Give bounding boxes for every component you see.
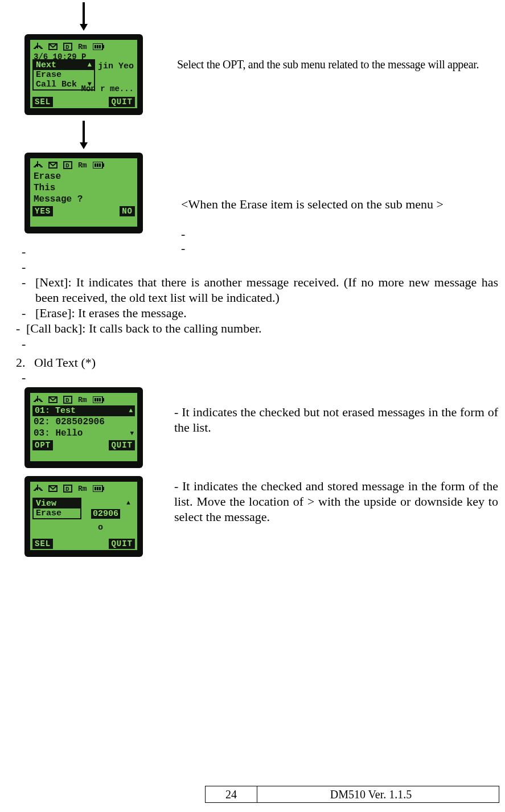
submenu-item-erase[interactable]: Erase — [34, 70, 94, 80]
status-bar: D Rm — [32, 395, 135, 405]
svg-rect-39 — [39, 400, 42, 401]
svg-text:D: D — [65, 397, 69, 404]
dash: - — [22, 370, 35, 385]
rm-icon: Rm — [78, 43, 87, 51]
d-icon: D — [63, 485, 72, 493]
svg-rect-35 — [34, 401, 36, 402]
svg-rect-47 — [97, 398, 98, 401]
svg-rect-60 — [102, 487, 104, 490]
rm-icon: Rm — [78, 485, 87, 493]
phone-screen-4: D Rm View Erase 02906 ▲ o SEL QUIT — [24, 476, 143, 557]
svg-rect-38 — [38, 399, 40, 400]
mail-icon — [48, 396, 58, 403]
line-erase: Erase — [32, 171, 135, 182]
svg-rect-3 — [34, 48, 36, 49]
line-this: This — [32, 182, 135, 194]
svg-rect-20 — [34, 166, 36, 167]
signal-icon — [34, 396, 43, 404]
svg-rect-14 — [95, 45, 96, 48]
submenu2[interactable]: View Erase — [32, 498, 81, 519]
submenu2-item-view[interactable]: View — [34, 499, 80, 508]
softkey-yes[interactable]: YES — [32, 206, 53, 216]
bg-bottom-frag: o — [98, 523, 103, 532]
bg-line-2: jin Yeo — [98, 61, 134, 71]
status-bar: D Rm — [32, 161, 135, 171]
svg-rect-7 — [39, 47, 42, 48]
dash: - — [16, 321, 26, 336]
svg-rect-15 — [97, 45, 98, 48]
dash: - — [22, 259, 35, 274]
submenu2-item-erase[interactable]: Erase — [34, 508, 80, 518]
svg-rect-23 — [38, 164, 40, 165]
signal-icon — [34, 485, 43, 493]
svg-rect-0 — [83, 2, 85, 24]
mail-icon — [48, 162, 58, 169]
svg-rect-8 — [40, 48, 43, 49]
svg-rect-4 — [35, 47, 37, 48]
rm-icon: Rm — [78, 396, 87, 404]
signal-icon — [34, 161, 43, 169]
bullet-erase: [Erase]: It erases the message. — [35, 305, 498, 321]
svg-rect-52 — [36, 487, 38, 489]
svg-rect-30 — [102, 163, 104, 167]
svg-rect-37 — [36, 399, 38, 400]
svg-rect-33 — [99, 163, 101, 167]
signal-icon — [34, 43, 43, 51]
svg-marker-18 — [80, 142, 88, 149]
svg-rect-51 — [35, 489, 37, 490]
page-number: 24 — [206, 786, 257, 802]
caption-1: Select the OPT, and the sub menu related… — [177, 57, 498, 72]
svg-rect-17 — [83, 121, 85, 142]
svg-rect-31 — [95, 163, 96, 167]
list-row-2[interactable]: 02: 028502906 — [32, 416, 135, 428]
bullet-callback: [Call back]: It calls back to the callin… — [26, 321, 498, 336]
svg-text:D: D — [65, 162, 69, 169]
svg-rect-61 — [95, 487, 96, 490]
softkey-opt[interactable]: OPT — [32, 440, 53, 450]
dash: - — [22, 305, 35, 321]
softkey-quit[interactable]: QUIT — [109, 539, 135, 549]
d-icon: D — [63, 161, 72, 169]
svg-rect-54 — [39, 489, 42, 490]
arrow-down-icon — [24, 0, 143, 31]
softkey-sel[interactable]: SEL — [32, 97, 53, 107]
list-row-3[interactable]: 03: Hello ▼ — [32, 428, 135, 439]
battery-icon — [93, 43, 104, 50]
svg-rect-5 — [36, 46, 38, 47]
svg-rect-48 — [99, 398, 101, 401]
submenu-item-next[interactable]: Next▲ — [34, 60, 94, 70]
svg-rect-46 — [95, 398, 96, 401]
svg-rect-50 — [34, 490, 36, 491]
svg-marker-1 — [80, 24, 88, 31]
phone-screen-3: D Rm 01: Test ▲ 02: 028502906 03: Hello … — [24, 387, 143, 468]
svg-rect-32 — [97, 163, 98, 167]
battery-icon — [93, 162, 104, 169]
svg-rect-62 — [97, 487, 98, 490]
softkey-quit[interactable]: QUIT — [109, 440, 135, 450]
svg-rect-24 — [39, 165, 42, 166]
battery-icon — [93, 396, 104, 403]
list-row-1[interactable]: 01: Test ▲ — [32, 405, 135, 416]
dash: - — [22, 244, 35, 259]
battery-icon — [93, 485, 104, 492]
svg-rect-22 — [36, 164, 38, 165]
svg-rect-36 — [35, 400, 37, 401]
d-icon: D — [63, 396, 72, 404]
softkey-sel[interactable]: SEL — [32, 539, 53, 549]
tri-up-icon: ▲ — [125, 499, 132, 506]
bg-line-3: Mon r me... — [81, 84, 134, 93]
section-number: 2. — [16, 355, 34, 370]
svg-rect-40 — [40, 401, 43, 402]
arrow-down-icon-2 — [24, 117, 143, 149]
phone-screen-1: D Rm 3/6 10:29 P Next▲ Erase Call Bck▼ — [24, 34, 143, 115]
dash: - — [22, 336, 35, 351]
line-message: Message ? — [32, 194, 135, 205]
softkey-no[interactable]: NO — [120, 206, 135, 216]
softkey-quit[interactable]: QUIT — [109, 97, 135, 107]
svg-rect-45 — [102, 398, 104, 401]
bg-frag: 02906 — [91, 509, 120, 519]
phone-screen-2: D Rm Erase This Message ? YES NO — [24, 153, 143, 233]
svg-rect-25 — [40, 166, 43, 167]
caption-2: <When the Erase item is selected on the … — [181, 197, 444, 212]
rm-icon: Rm — [78, 161, 87, 170]
